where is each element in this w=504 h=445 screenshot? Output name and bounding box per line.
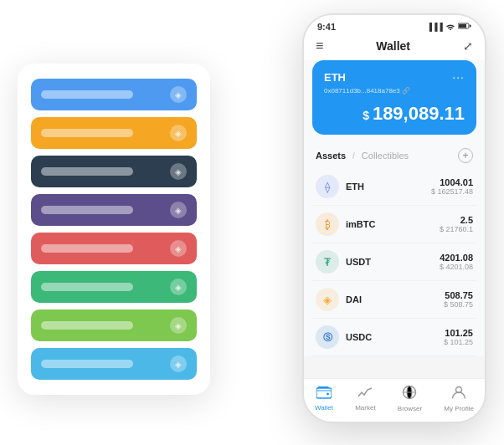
profile-nav-label: My Profile: [444, 405, 474, 412]
card-label: [41, 206, 133, 214]
list-item[interactable]: ◈: [31, 348, 197, 380]
eth-icon: ⟠: [316, 175, 339, 198]
status-time: 9:41: [317, 22, 336, 32]
usdc-icon: Ⓢ: [316, 325, 339, 349]
eth-banner-card[interactable]: ETH ··· 0x08711d3b...8418a78e3 🔗 $ 189,0…: [312, 60, 476, 135]
signal-icon: ▐▐▐: [427, 23, 443, 31]
token-row-usdc[interactable]: Ⓢ USDC 101.25 $ 101.25: [312, 319, 476, 356]
card-label: [41, 360, 133, 368]
token-row-imbtc[interactable]: ₿ imBTC 2.5 $ 21760.1: [312, 206, 476, 243]
eth-banner-top: ETH ···: [324, 70, 465, 84]
market-nav-icon: [357, 386, 373, 402]
currency-symbol: $: [363, 109, 373, 122]
usdt-amount: 4201.08: [440, 253, 473, 263]
tab-separator: /: [352, 151, 355, 161]
token-row-eth[interactable]: ⟠ ETH 1004.01 $ 162517.48: [312, 168, 476, 206]
token-name-dai: DAI: [346, 294, 444, 304]
eth-address: 0x08711d3b...8418a78e3 🔗: [324, 87, 465, 95]
eth-usd: $ 162517.48: [431, 187, 473, 196]
list-item[interactable]: ◈: [31, 233, 197, 264]
svg-rect-2: [470, 25, 471, 28]
balance-value: 189,089.11: [373, 103, 465, 124]
list-item[interactable]: ◈: [31, 156, 197, 187]
battery-icon: [458, 23, 471, 31]
browser-nav-label: Browser: [398, 405, 422, 412]
wallet-cards-panel: ◈ ◈ ◈ ◈ ◈ ◈ ◈ ◈: [18, 64, 210, 395]
card-label: [41, 283, 133, 291]
list-item[interactable]: ◈: [31, 117, 197, 149]
eth-banner-menu[interactable]: ···: [452, 70, 465, 84]
nav-browser[interactable]: Browser: [398, 385, 422, 412]
usdc-usd: $ 101.25: [444, 338, 473, 346]
eth-amount: 1004.01: [431, 177, 473, 187]
bottom-nav: Wallet Market Browser My Profile: [304, 378, 485, 422]
nav-market[interactable]: Market: [355, 386, 375, 412]
list-item[interactable]: ◈: [31, 309, 197, 341]
phone-mockup: 9:41 ▐▐▐ ≡ Wallet ⤢ ETH ··: [302, 13, 486, 423]
status-bar: 9:41 ▐▐▐: [304, 15, 485, 35]
svg-rect-3: [316, 388, 332, 398]
imbtc-usd: $ 21760.1: [440, 225, 473, 233]
card-label: [41, 167, 133, 176]
card-icon: ◈: [170, 355, 187, 372]
card-icon: ◈: [170, 163, 187, 180]
browser-nav-icon: [402, 385, 417, 403]
token-name-usdt: USDT: [346, 257, 440, 267]
tab-assets[interactable]: Assets: [316, 151, 346, 161]
phone-body: ETH ··· 0x08711d3b...8418a78e3 🔗 $ 189,0…: [304, 60, 485, 356]
assets-tabs: Assets / Collectibles: [316, 151, 409, 161]
eth-balance: $ 189,089.11: [324, 103, 465, 125]
token-name-eth: ETH: [346, 182, 431, 192]
token-list: ⟠ ETH 1004.01 $ 162517.48 ₿ imBTC 2.5 $ …: [304, 168, 485, 356]
usdc-amounts: 101.25 $ 101.25: [444, 328, 473, 346]
card-icon: ◈: [170, 317, 187, 334]
profile-nav-icon: [451, 385, 466, 403]
svg-rect-1: [459, 24, 466, 28]
card-label: [41, 90, 133, 99]
usdt-icon: ₮: [316, 250, 339, 274]
imbtc-amounts: 2.5 $ 21760.1: [440, 215, 473, 233]
usdc-amount: 101.25: [444, 328, 473, 338]
nav-wallet[interactable]: Wallet: [315, 386, 333, 412]
assets-header: Assets / Collectibles +: [304, 143, 485, 168]
market-nav-label: Market: [355, 404, 375, 412]
token-row-usdt[interactable]: ₮ USDT 4201.08 $ 4201.08: [312, 243, 476, 281]
phone-header: ≡ Wallet ⤢: [304, 35, 485, 60]
svg-point-4: [327, 393, 329, 396]
wallet-nav-label: Wallet: [315, 404, 333, 412]
card-icon: ◈: [170, 202, 187, 218]
tab-collectibles[interactable]: Collectibles: [362, 151, 409, 161]
dai-usd: $ 508.75: [444, 300, 473, 309]
card-label: [41, 321, 133, 330]
add-asset-button[interactable]: +: [458, 148, 473, 163]
card-icon: ◈: [170, 125, 187, 141]
list-item[interactable]: ◈: [31, 194, 197, 226]
card-icon: ◈: [170, 240, 187, 257]
dai-amount: 508.75: [444, 290, 473, 300]
imbtc-amount: 2.5: [440, 215, 473, 225]
nav-profile[interactable]: My Profile: [444, 385, 474, 412]
usdt-amounts: 4201.08 $ 4201.08: [440, 253, 473, 271]
token-row-dai[interactable]: ◈ DAI 508.75 $ 508.75: [312, 281, 476, 319]
eth-banner-label: ETH: [324, 71, 346, 84]
card-label: [41, 129, 133, 137]
dai-amounts: 508.75 $ 508.75: [444, 290, 473, 309]
token-name-imbtc: imBTC: [346, 219, 440, 229]
menu-icon[interactable]: ≡: [316, 38, 323, 54]
usdt-usd: $ 4201.08: [440, 263, 473, 271]
page-title: Wallet: [376, 39, 410, 53]
list-item[interactable]: ◈: [31, 79, 197, 110]
token-name-usdc: USDC: [346, 332, 444, 342]
expand-icon[interactable]: ⤢: [463, 39, 473, 53]
status-icons: ▐▐▐: [427, 23, 471, 32]
eth-amounts: 1004.01 $ 162517.48: [431, 177, 473, 196]
imbtc-icon: ₿: [316, 212, 339, 236]
list-item[interactable]: ◈: [31, 271, 197, 303]
scene: ◈ ◈ ◈ ◈ ◈ ◈ ◈ ◈: [18, 13, 486, 432]
card-icon: ◈: [170, 279, 187, 295]
card-label: [41, 244, 133, 253]
wifi-icon: [445, 23, 455, 32]
card-icon: ◈: [170, 86, 187, 103]
wallet-nav-icon: [316, 386, 332, 402]
dai-icon: ◈: [316, 288, 339, 311]
